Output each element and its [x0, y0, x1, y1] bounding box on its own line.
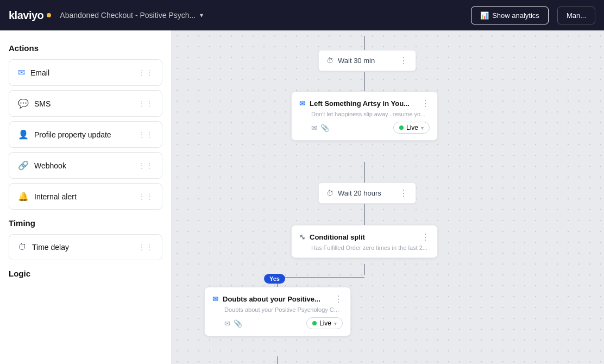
email2-chevron-icon: ▾ [334, 321, 337, 327]
logo: klaviyo [9, 9, 51, 22]
webhook-label: Webhook [34, 161, 66, 170]
wait-30-menu-icon[interactable]: ⋮ [399, 55, 408, 66]
clock-icon-2: ⏱ [326, 189, 334, 197]
email1-sub: Don't let happiness slip away...resume y… [299, 111, 430, 117]
email2-footer-icons: ✉ 📎 [224, 319, 242, 328]
sms-icon: 💬 [18, 98, 29, 109]
sidebar-item-profile[interactable]: 👤 Profile property update ⋮⋮ [9, 121, 162, 148]
drag-icon: ⋮⋮ [138, 161, 153, 170]
email2-status-dot [312, 321, 317, 325]
profile-icon: 👤 [18, 129, 29, 140]
time-icon: ⏱ [18, 242, 27, 252]
yes-badge: Yes [264, 274, 285, 284]
email1-icon: ✉ [311, 124, 317, 132]
alert-icon: 🔔 [18, 191, 29, 202]
flow-title[interactable]: Abandoned Checkout - Positive Psych... ▾ [60, 11, 203, 20]
time-delay-label: Time delay [32, 243, 69, 252]
chevron-down-icon: ▾ [200, 11, 203, 19]
wait-30-label: Wait 30 min [338, 57, 375, 65]
main-layout: Actions ✉ Email ⋮⋮ 💬 SMS ⋮⋮ 👤 Profile pr… [0, 30, 604, 364]
wait-20-menu-icon[interactable]: ⋮ [399, 188, 408, 198]
email1-status-badge[interactable]: Live ▾ [393, 122, 430, 134]
actions-title: Actions [9, 43, 162, 53]
clock-icon: ⏱ [326, 57, 334, 65]
split-icon: ⤡ [299, 233, 305, 241]
email2-clip-icon: 📎 [234, 319, 242, 328]
split-sub: Has Fulfilled Order zero times in the la… [299, 244, 430, 251]
email2-menu-icon[interactable]: ⋮ [334, 294, 343, 304]
email-label: Email [30, 68, 49, 77]
email1-menu-icon[interactable]: ⋮ [421, 98, 430, 109]
sms-label: SMS [34, 99, 51, 108]
drag-icon: ⋮⋮ [138, 99, 153, 108]
email2-node[interactable]: ✉ Doubts about your Positive... ⋮ Doubts… [204, 287, 351, 336]
sidebar-item-alert[interactable]: 🔔 Internal alert ⋮⋮ [9, 183, 162, 210]
logo-dot [47, 13, 51, 17]
profile-label: Profile property update [34, 130, 111, 139]
alert-label: Internal alert [34, 192, 77, 201]
email1-status-dot [399, 125, 404, 130]
analytics-icon: 📊 [480, 11, 489, 20]
flow-title-text: Abandoned Checkout - Positive Psych... [60, 11, 196, 20]
sidebar-item-sms[interactable]: 💬 SMS ⋮⋮ [9, 90, 162, 117]
drag-icon: ⋮⋮ [138, 243, 153, 252]
email1-status-text: Live [406, 124, 418, 131]
email1-title: Left Something Artsy in You... [310, 99, 410, 108]
wait-20-label: Wait 20 hours [338, 189, 381, 197]
canvas-inner: ⏱ Wait 30 min ⋮ ✉ Left Something Artsy i… [172, 30, 604, 364]
split-node[interactable]: ⤡ Conditional split ⋮ Has Fulfilled Orde… [291, 225, 438, 258]
email1-clip-icon: 📎 [320, 124, 329, 132]
sidebar-item-email[interactable]: ✉ Email ⋮⋮ [9, 59, 162, 86]
canvas: ⏱ Wait 30 min ⋮ ✉ Left Something Artsy i… [172, 30, 604, 364]
email1-email-icon: ✉ [299, 99, 305, 108]
email2-status-text: Live [319, 319, 331, 327]
email1-footer-icons: ✉ 📎 [311, 124, 329, 132]
timing-title: Timing [9, 218, 162, 228]
wait-20-node[interactable]: ⏱ Wait 20 hours ⋮ [318, 183, 416, 204]
sidebar: Actions ✉ Email ⋮⋮ 💬 SMS ⋮⋮ 👤 Profile pr… [0, 30, 172, 364]
email-icon: ✉ [18, 67, 25, 78]
email2-email-icon: ✉ [212, 295, 218, 303]
email2-status-badge[interactable]: Live ▾ [306, 317, 343, 329]
email2-icon: ✉ [224, 319, 230, 328]
email2-sub: Doubts about your Positive Psychology C.… [212, 306, 343, 313]
email1-node[interactable]: ✉ Left Something Artsy in You... ⋮ Don't… [291, 91, 438, 141]
logic-title: Logic [9, 269, 162, 278]
logo-text: klaviyo [9, 9, 43, 22]
header: klaviyo Abandoned Checkout - Positive Ps… [0, 0, 604, 30]
split-menu-icon[interactable]: ⋮ [421, 232, 430, 242]
show-analytics-button[interactable]: 📊 Show analytics [471, 7, 549, 24]
email2-title: Doubts about your Positive... [223, 295, 320, 303]
wait-30-node[interactable]: ⏱ Wait 30 min ⋮ [318, 50, 416, 71]
drag-icon: ⋮⋮ [138, 68, 153, 77]
email1-chevron-icon: ▾ [421, 125, 424, 131]
drag-icon: ⋮⋮ [138, 130, 153, 139]
manage-button[interactable]: Man... [557, 7, 595, 24]
webhook-icon: 🔗 [18, 160, 29, 171]
sidebar-item-webhook[interactable]: 🔗 Webhook ⋮⋮ [9, 152, 162, 179]
drag-icon: ⋮⋮ [138, 192, 153, 201]
sidebar-item-time-delay[interactable]: ⏱ Time delay ⋮⋮ [9, 234, 162, 260]
split-title: Conditional split [310, 233, 365, 241]
